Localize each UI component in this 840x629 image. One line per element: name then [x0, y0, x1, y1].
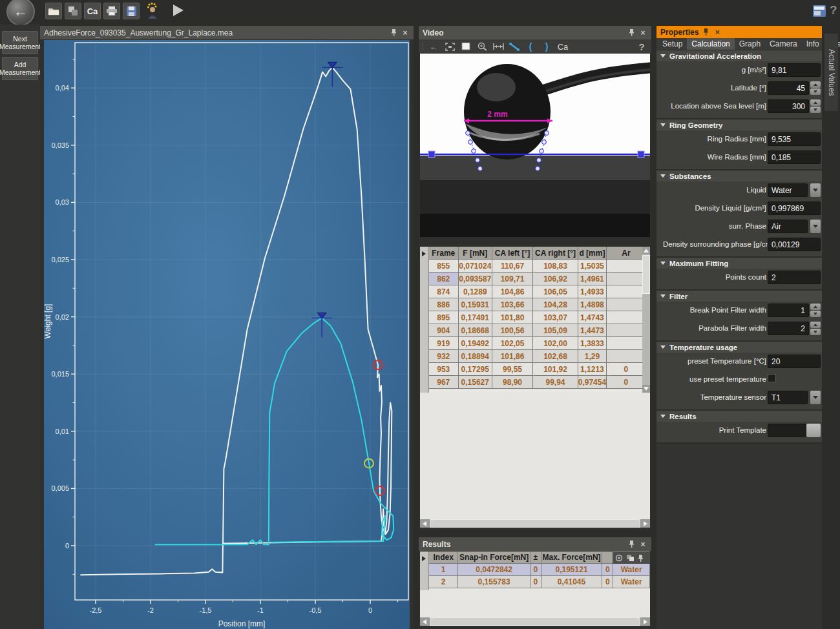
value-input[interactable]: 9,81: [768, 63, 821, 77]
baseline-handle-left[interactable]: [428, 151, 435, 158]
spin-down-button[interactable]: [810, 88, 821, 95]
force-position-chart[interactable]: -2,5-2-1,5-1-0,5000,0050,010,0150,020,02…: [40, 39, 414, 629]
actual-values-tab[interactable]: Actual Values: [824, 34, 838, 111]
play-button[interactable]: [173, 5, 184, 16]
pin-icon[interactable]: [627, 540, 636, 549]
add-measurement-button[interactable]: AddMeasurement: [2, 57, 38, 80]
scroll-up-button[interactable]: [642, 247, 650, 254]
scroll-right-button[interactable]: [641, 519, 650, 528]
next-measurement-button[interactable]: NextMeasurement: [2, 31, 38, 54]
tab-setup[interactable]: Setup: [658, 38, 687, 50]
scroll-right-button[interactable]: [641, 617, 650, 626]
spin-down-button[interactable]: [810, 329, 821, 335]
value-input[interactable]: 300: [768, 99, 809, 113]
table-row[interactable]: 9670,1562798,9099,940,974540: [429, 376, 646, 389]
spin-up-button[interactable]: [810, 304, 821, 310]
save-button[interactable]: [123, 3, 140, 19]
table-row[interactable]: 20,15578300,410450Water: [429, 576, 650, 588]
left-contour-tool[interactable]: (: [525, 41, 536, 52]
print-button[interactable]: [103, 3, 120, 19]
pin-icon[interactable]: [627, 28, 636, 37]
right-contour-tool[interactable]: ): [541, 41, 552, 52]
section-header[interactable]: Filter: [656, 291, 822, 302]
spin-up-button[interactable]: [810, 322, 821, 328]
section-header[interactable]: Ring Geometry: [656, 119, 822, 130]
pin-icon[interactable]: [389, 28, 398, 37]
help-button[interactable]: ?: [830, 3, 837, 17]
dropdown-value[interactable]: T1: [768, 391, 808, 404]
video-horizontal-scrollbar[interactable]: [420, 519, 650, 528]
fit-view-button[interactable]: [444, 41, 456, 52]
width-measure-button[interactable]: [492, 41, 504, 52]
browse-button[interactable]: [806, 424, 821, 437]
contact-angle-button[interactable]: Ca: [84, 3, 101, 19]
value-input[interactable]: 2: [768, 271, 821, 284]
table-row[interactable]: 10,047284200,1951210Water: [429, 564, 650, 576]
scroll-thumb[interactable]: [430, 519, 640, 528]
ca-measure-tool[interactable]: Ca: [557, 41, 569, 52]
section-header[interactable]: Temperature usage: [656, 342, 822, 353]
target-icon[interactable]: [615, 554, 623, 562]
dropdown-button[interactable]: [810, 391, 821, 404]
section-header[interactable]: Gravitational Acceleration: [656, 50, 822, 61]
results-horizontal-scrollbar[interactable]: [420, 617, 650, 626]
baseline-tool-button[interactable]: [509, 41, 520, 52]
spin-up-button[interactable]: [810, 81, 821, 88]
copy-icon[interactable]: [626, 554, 635, 562]
table-row[interactable]: 9320,18894101,86102,681,29: [429, 350, 646, 363]
pin-icon[interactable]: [638, 555, 644, 562]
back-button[interactable]: ←: [6, 0, 35, 26]
value-input[interactable]: 0,997869: [768, 201, 821, 215]
table-row[interactable]: 8620,093587109,71106,921,4961: [429, 273, 646, 285]
table-row[interactable]: 8950,17491101,80103,071,4743: [429, 311, 646, 324]
section-header[interactable]: Results: [656, 411, 822, 422]
pin-icon[interactable]: [701, 28, 710, 37]
camera-image[interactable]: 2 mm: [420, 54, 650, 237]
tab-camera[interactable]: Camera: [765, 38, 802, 50]
layout-button[interactable]: [65, 3, 81, 19]
value-input[interactable]: 2: [768, 322, 809, 335]
dropdown-value[interactable]: Water: [768, 183, 808, 197]
close-icon[interactable]: ×: [638, 540, 647, 549]
frames-vertical-scrollbar[interactable]: [642, 247, 650, 393]
close-icon[interactable]: ×: [401, 28, 410, 37]
spin-down-button[interactable]: [810, 311, 821, 317]
value-input[interactable]: 45: [768, 81, 809, 95]
tab-graph[interactable]: Graph: [735, 38, 765, 50]
scroll-left-button[interactable]: [420, 519, 429, 528]
region-select-button[interactable]: [460, 41, 472, 52]
scroll-thumb[interactable]: [642, 255, 650, 294]
window-panel-button[interactable]: [812, 3, 827, 21]
scroll-left-button[interactable]: [420, 617, 429, 626]
back-frame-button[interactable]: ←: [428, 41, 439, 52]
section-header[interactable]: Maximum Fitting: [656, 258, 822, 269]
table-row[interactable]: 8550,071024110,67108,831,5035: [429, 260, 646, 273]
value-input[interactable]: 1: [768, 304, 809, 317]
scroll-thumb[interactable]: [430, 617, 640, 626]
scroll-down-button[interactable]: [642, 385, 650, 393]
table-row[interactable]: 8860,15931103,66104,281,4898: [429, 298, 646, 311]
close-icon[interactable]: ×: [638, 28, 647, 37]
tab-info[interactable]: Info: [802, 38, 824, 50]
table-row[interactable]: 8740,1289104,86106,051,4933: [429, 285, 646, 298]
user-settings-button[interactable]: [143, 2, 160, 20]
value-input[interactable]: 0,00129: [768, 238, 821, 251]
value-input[interactable]: 0,185: [768, 150, 821, 164]
table-row[interactable]: 9040,18668100,56105,091,4473: [429, 324, 646, 337]
section-header[interactable]: Substances: [656, 170, 822, 181]
checkbox[interactable]: [768, 374, 776, 382]
value-input[interactable]: [768, 424, 806, 437]
dropdown-button[interactable]: [810, 183, 821, 197]
table-row[interactable]: 9530,1729599,55101,921,12130: [429, 363, 646, 376]
table-row[interactable]: 9190,19492102,05102,001,3833: [429, 337, 646, 350]
spin-down-button[interactable]: [810, 107, 821, 113]
value-input[interactable]: 20: [768, 355, 821, 368]
dropdown-button[interactable]: [810, 220, 821, 233]
spin-up-button[interactable]: [810, 99, 821, 106]
baseline-handle-right[interactable]: [638, 151, 644, 158]
video-help-button[interactable]: ?: [636, 41, 647, 52]
value-input[interactable]: 9,535: [768, 132, 821, 146]
close-icon[interactable]: ×: [713, 28, 722, 37]
dropdown-value[interactable]: Air: [768, 220, 808, 233]
tab-calculation[interactable]: Calculation: [687, 38, 734, 50]
